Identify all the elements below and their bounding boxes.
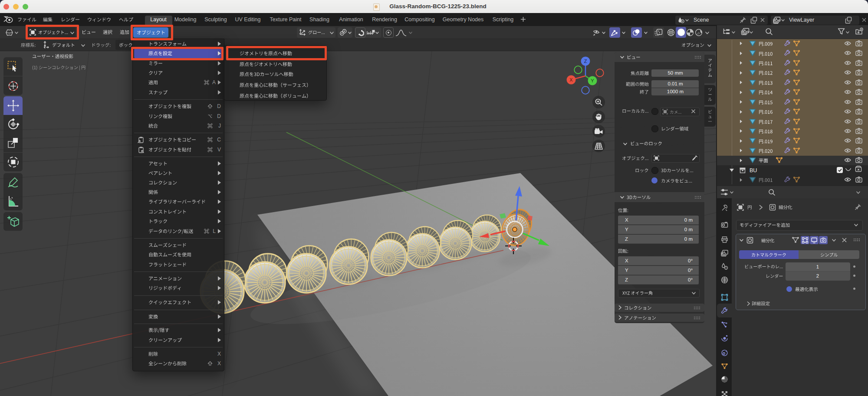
svg-text:X: X [569, 77, 573, 82]
svg-text:Y: Y [591, 78, 594, 83]
svg-text:Z: Z [584, 59, 587, 64]
